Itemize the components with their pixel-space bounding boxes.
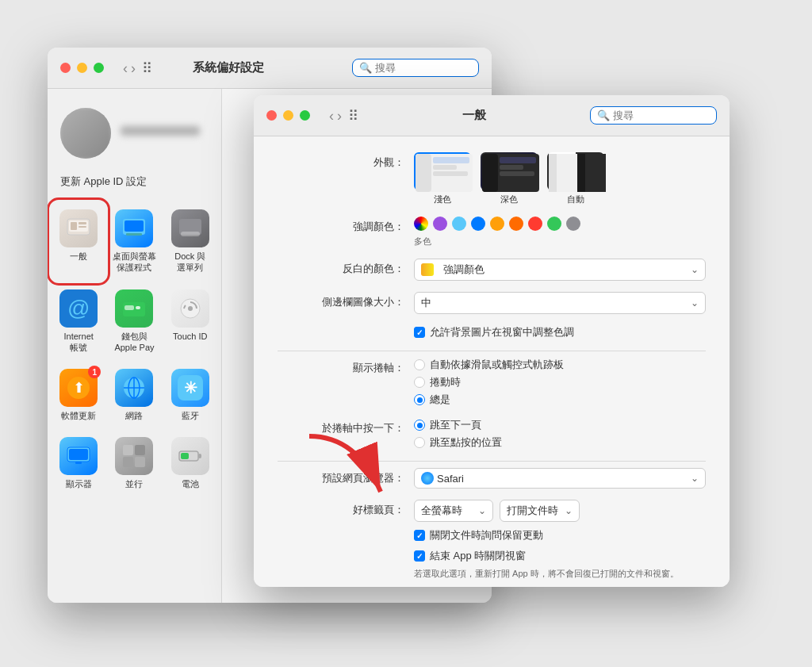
svg-rect-12 (136, 306, 140, 309)
minimize-button[interactable] (77, 63, 87, 73)
allow-bg-checkbox-row: 允許背景圖片在視窗中調整色調 (414, 325, 706, 339)
settings-grid-button[interactable]: ⠿ (348, 107, 358, 125)
scroll-always-radio[interactable] (414, 394, 425, 405)
sidebar-item-display[interactable]: 顯示器 (51, 429, 106, 497)
touchid-label: Touch ID (173, 331, 207, 342)
click-position-radio[interactable] (414, 437, 425, 448)
svg-rect-32 (181, 453, 189, 459)
svg-point-14 (188, 306, 193, 311)
main-search-box[interactable]: 🔍 (352, 59, 479, 77)
general-label: 一般 (70, 251, 87, 262)
accent-yellow[interactable] (490, 217, 504, 231)
allow-bg-checkbox[interactable] (414, 327, 425, 338)
settings-forward-arrow[interactable]: › (337, 109, 342, 123)
accent-green[interactable] (547, 217, 561, 231)
close-tabs-option1: 全螢幕時 (421, 504, 462, 518)
maximize-button[interactable] (94, 63, 104, 73)
safari-icon (421, 472, 434, 485)
sidebar-size-dropdown[interactable]: 中 ⌄ (414, 292, 706, 314)
parallel-icon-box (115, 437, 153, 475)
sidebar-item-battery[interactable]: 電池 (163, 429, 218, 497)
dark-thumb (481, 152, 538, 190)
settings-maximize-button[interactable] (300, 110, 310, 121)
scroll-when-radio[interactable] (414, 377, 425, 388)
highlight-color-value: 強調顏色 (443, 263, 485, 277)
dark-preview (482, 154, 539, 192)
main-search-input[interactable] (375, 62, 472, 74)
sidebar-item-touchid[interactable]: Touch ID (163, 282, 218, 362)
sidebar-item-parallel[interactable]: 並行 (106, 429, 162, 497)
open-doc-arrow: ⌄ (565, 505, 573, 516)
highlight-color-dropdown[interactable]: 強調顏色 ⌄ (414, 259, 706, 281)
software-icon: ⬆ (66, 375, 91, 401)
main-window-title: 系統偏好設定 (111, 60, 346, 75)
settings-back-arrow[interactable]: ‹ (329, 109, 334, 123)
accent-purple[interactable] (433, 217, 447, 231)
appearance-light[interactable]: 淺色 (414, 152, 471, 205)
scroll-auto-radio[interactable] (414, 359, 425, 370)
open-doc-dropdown[interactable]: 打開文件時 ⌄ (500, 500, 580, 522)
allow-bg-control: 允許背景圖片在視窗中調整色調 (414, 325, 706, 339)
sidebar-item-desktop[interactable]: 桌面與螢幕保護程式 (106, 201, 162, 282)
svg-rect-9 (181, 232, 200, 236)
settings-search-input[interactable] (613, 109, 710, 121)
accent-gray[interactable] (566, 217, 580, 231)
settings-titlebar: ‹ › ⠿ 一般 🔍 (254, 95, 730, 136)
close-button[interactable] (60, 63, 71, 73)
sidebar-item-general[interactable]: 一般 (51, 201, 106, 282)
settings-minimize-button[interactable] (283, 110, 293, 121)
close-doc-ask-row: 關閉文件時詢問保留更動 (414, 528, 706, 542)
svg-rect-4 (79, 226, 86, 228)
click-next-radio[interactable] (414, 420, 425, 431)
svg-rect-42 (500, 171, 534, 176)
main-titlebar: ‹ › ⠿ 系統偏好設定 🔍 (48, 48, 492, 89)
icon-grid: 一般 桌面與螢幕保護程式 (48, 201, 221, 498)
sidebar-item-dock[interactable]: Dock 與選單列 (163, 201, 218, 282)
accent-blue[interactable] (471, 217, 485, 231)
accent-orange[interactable] (509, 217, 523, 231)
scrollbars-row: 顯示捲軸： 自動依據滑鼠或觸控式軌跡板 捲動時 總是 (278, 358, 706, 407)
sidebar-size-control: 中 ⌄ (414, 292, 706, 314)
settings-search-box[interactable]: 🔍 (590, 106, 717, 125)
user-info (121, 126, 209, 140)
accent-red[interactable] (528, 217, 542, 231)
scrollbars-control: 自動依據滑鼠或觸控式軌跡板 捲動時 總是 (414, 358, 706, 407)
display-label: 顯示器 (66, 478, 92, 489)
sidebar-item-software[interactable]: ⬆ 1 軟體更新 (51, 361, 106, 429)
general-icon-box (59, 209, 98, 247)
accent-color-label: 強調顏色： (278, 217, 404, 234)
auto-preview (549, 154, 606, 192)
scroll-auto-label: 自動依據滑鼠或觸控式軌跡板 (430, 358, 564, 372)
close-app-window-label: 結束 App 時關閉視窗 (430, 549, 526, 563)
allow-bg-label (278, 325, 404, 328)
sidebar-item-network[interactable]: 網路 (106, 361, 162, 429)
svg-rect-7 (126, 233, 142, 236)
close-tabs-dropdown[interactable]: 全螢幕時 ⌄ (414, 500, 493, 522)
svg-rect-31 (198, 454, 201, 458)
settings-close-button[interactable] (266, 110, 277, 121)
sidebar-item-wallet[interactable]: 錢包與Apple Pay (106, 282, 162, 362)
highlight-color-row: 反白的顏色： 強調顏色 ⌄ (278, 259, 706, 281)
accent-multicolor[interactable] (414, 217, 428, 231)
appearance-auto[interactable]: 自動 (547, 152, 604, 205)
close-doc-ask-checkbox[interactable] (414, 530, 425, 541)
click-scroll-label: 於捲軸中按一下： (278, 418, 404, 435)
sidebar-dropdown-arrow: ⌄ (691, 297, 699, 309)
svg-rect-2 (71, 222, 77, 230)
scroll-always-label: 總是 (430, 393, 450, 407)
close-app-window-checkbox[interactable] (414, 550, 425, 562)
appearance-row: 外觀： 淺色 (278, 152, 706, 205)
update-apple-id[interactable]: 更新 Apple ID 設定 (48, 171, 221, 201)
avatar-blur (60, 108, 111, 159)
close-tabs-label: 好標籤頁： (278, 500, 404, 517)
sidebar-item-bluetooth[interactable]: ✳ 藍牙 (163, 361, 218, 429)
accent-blue-light[interactable] (452, 217, 466, 231)
sidebar-size-label: 側邊欄圖像大小： (278, 292, 404, 309)
click-next-row: 跳至下一頁 (414, 418, 706, 432)
appearance-dark[interactable]: 深色 (481, 152, 538, 205)
default-browser-dropdown[interactable]: Safari ⌄ (414, 468, 706, 489)
sidebar-item-internet[interactable]: @ Internet帳號 (51, 282, 106, 362)
default-browser-label: 預設網頁瀏覽器： (278, 468, 404, 485)
settings-window: ‹ › ⠿ 一般 🔍 外觀： (254, 95, 730, 587)
close-tabs-arrow: ⌄ (478, 505, 486, 516)
